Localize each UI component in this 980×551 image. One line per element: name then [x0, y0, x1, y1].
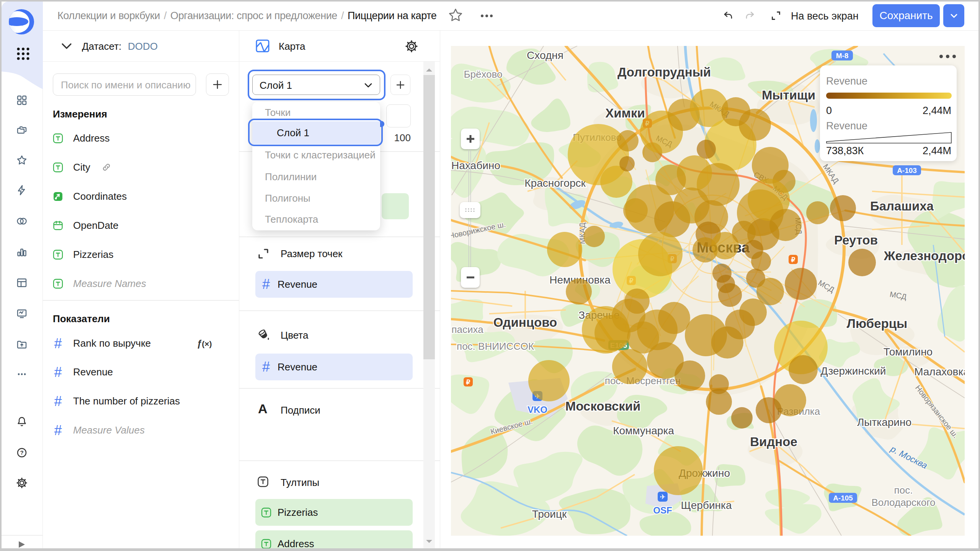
svg-text:А-103: А-103 [897, 166, 917, 174]
svg-text:пос. ВНИИССОК: пос. ВНИИССОК [457, 341, 534, 352]
svg-text:Томилино: Томилино [884, 346, 933, 358]
svg-text:?: ? [20, 449, 23, 456]
svg-text:Люберцы: Люберцы [847, 316, 907, 331]
svg-text:А-105: А-105 [833, 494, 853, 502]
svg-text:пос.: пос. [894, 484, 913, 496]
svg-text:пасиха: пасиха [451, 324, 483, 335]
svg-text:✈: ✈ [660, 493, 665, 501]
svg-text:Московский: Московский [565, 399, 641, 413]
svg-text:Химки: Химки [605, 106, 645, 120]
svg-text:Видное: Видное [750, 435, 797, 449]
svg-text:Дзержинский: Дзержинский [821, 365, 886, 377]
svg-text:Одинцово: Одинцово [493, 315, 557, 329]
svg-text:Володарского: Володарского [871, 497, 935, 508]
svg-text:Мытищи: Мытищи [762, 88, 815, 102]
svg-text:Балашиха: Балашиха [870, 199, 934, 213]
svg-text:₽: ₽ [791, 256, 795, 264]
svg-text:М-8: М-8 [836, 52, 849, 60]
svg-text:OSF: OSF [653, 505, 672, 515]
svg-text:Коммунарка: Коммунарка [613, 425, 674, 437]
svg-text:Красногорск: Красногорск [524, 177, 586, 189]
svg-text:VKO: VKO [528, 404, 547, 415]
svg-text:Брёхово: Брёхово [464, 68, 502, 80]
svg-text:₽: ₽ [466, 379, 470, 386]
svg-text:Щербинка: Щербинка [681, 499, 732, 511]
svg-text:Малаховка: Малаховка [914, 366, 965, 378]
svg-text:Троицк: Троицк [532, 508, 567, 520]
svg-text:Нахабино: Нахабино [451, 160, 500, 171]
svg-text:Долгопрудный: Долгопрудный [617, 65, 711, 79]
svg-text:Лыткарино: Лыткарино [857, 416, 911, 428]
svg-text:Сходня: Сходня [527, 49, 564, 61]
svg-text:Железнодоро: Железнодоро [884, 249, 965, 263]
svg-text:Реутов: Реутов [834, 233, 878, 247]
